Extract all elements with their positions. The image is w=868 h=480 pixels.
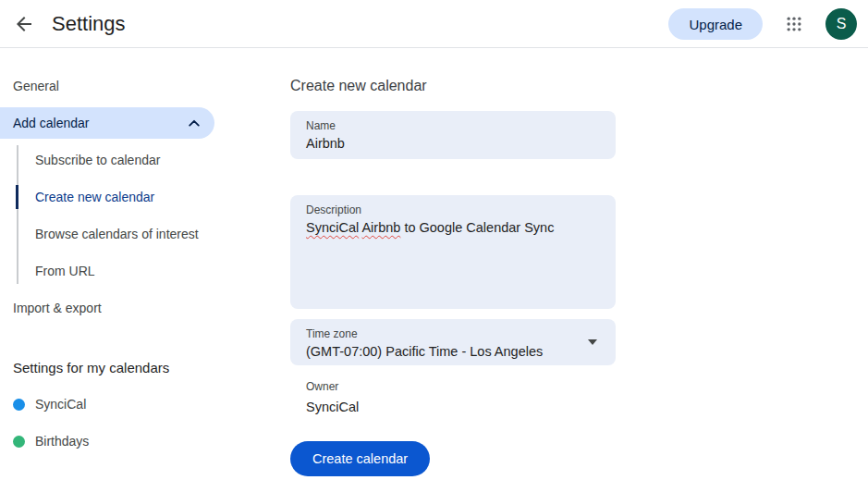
create-calendar-button-label: Create calendar xyxy=(312,451,408,466)
misspelled-word: SynciCal xyxy=(306,220,359,235)
sidebar-item-import-export[interactable]: Import & export xyxy=(0,289,237,326)
timezone-label: Time zone xyxy=(306,327,600,341)
timezone-select[interactable]: Time zone (GMT-07:00) Pacific Time - Los… xyxy=(290,319,616,365)
calendar-color-dot xyxy=(13,399,25,411)
sidebar-item-subscribe-to-calendar[interactable]: Subscribe to calendar xyxy=(0,142,237,178)
sidebar-item-from-url[interactable]: From URL xyxy=(0,252,237,289)
calendar-color-dot xyxy=(13,436,25,448)
sidebar-item-add-calendar[interactable]: Add calendar xyxy=(0,107,214,139)
sidebar-section-my-calendars: Settings for my calendars xyxy=(0,349,237,386)
chevron-up-icon xyxy=(189,119,200,127)
settings-page: Settings Upgrade S General Add calendar xyxy=(0,0,868,480)
arrow-left-icon xyxy=(13,13,35,35)
panel-heading: Create new calendar xyxy=(290,77,616,95)
owner-value: SynciCal xyxy=(306,398,616,417)
calendar-name: SynciCal xyxy=(35,397,86,412)
sidebar-spacer xyxy=(0,326,237,349)
google-apps-button[interactable] xyxy=(776,6,813,43)
sidebar-item-add-calendar-row: Add calendar xyxy=(0,105,237,142)
avatar[interactable]: S xyxy=(825,8,857,40)
owner-field: Owner SynciCal xyxy=(290,380,616,417)
back-button[interactable] xyxy=(6,6,43,43)
name-field-value: Airbnb xyxy=(306,134,600,154)
owner-label: Owner xyxy=(306,380,616,394)
description-field[interactable]: Description SynciCal Airbnb to Google Ca… xyxy=(290,195,616,309)
description-field-value: SynciCal Airbnb to Google Calendar Sync xyxy=(306,218,600,238)
name-field[interactable]: Name Airbnb xyxy=(290,111,616,159)
add-calendar-label: Add calendar xyxy=(13,116,90,130)
sidebar-item-browse-calendars[interactable]: Browse calendars of interest xyxy=(0,215,237,252)
create-calendar-button[interactable]: Create calendar xyxy=(290,441,430,476)
selected-indicator-bar xyxy=(16,185,18,209)
sidebar-item-label: Create new calendar xyxy=(35,190,154,204)
sidebar-item-calendar-birthdays[interactable]: Birthdays xyxy=(0,423,237,460)
app-header: Settings Upgrade S xyxy=(0,0,868,48)
sidebar-item-create-new-calendar[interactable]: Create new calendar xyxy=(0,178,237,215)
sidebar-item-general[interactable]: General xyxy=(0,68,237,105)
description-field-label: Description xyxy=(306,203,600,217)
description-rest: to Google Calendar Sync xyxy=(404,220,554,235)
google-apps-grid-icon xyxy=(785,15,803,33)
name-field-label: Name xyxy=(306,119,600,133)
header-actions: Upgrade S xyxy=(668,0,857,48)
add-calendar-subtree: Subscribe to calendar Create new calenda… xyxy=(0,142,237,289)
settings-sidebar: General Add calendar Subscribe to calend… xyxy=(0,48,237,480)
misspelled-word: Airbnb xyxy=(361,220,400,235)
calendar-name: Birthdays xyxy=(35,434,89,449)
upgrade-button[interactable]: Upgrade xyxy=(668,8,763,40)
sidebar-item-calendar-syncical[interactable]: SynciCal xyxy=(0,386,237,423)
dropdown-arrow-icon[interactable] xyxy=(588,339,597,345)
timezone-value: (GMT-07:00) Pacific Time - Los Angeles xyxy=(306,342,600,362)
page-title: Settings xyxy=(52,12,126,36)
create-calendar-panel: Create new calendar Name Airbnb Descript… xyxy=(290,48,616,476)
